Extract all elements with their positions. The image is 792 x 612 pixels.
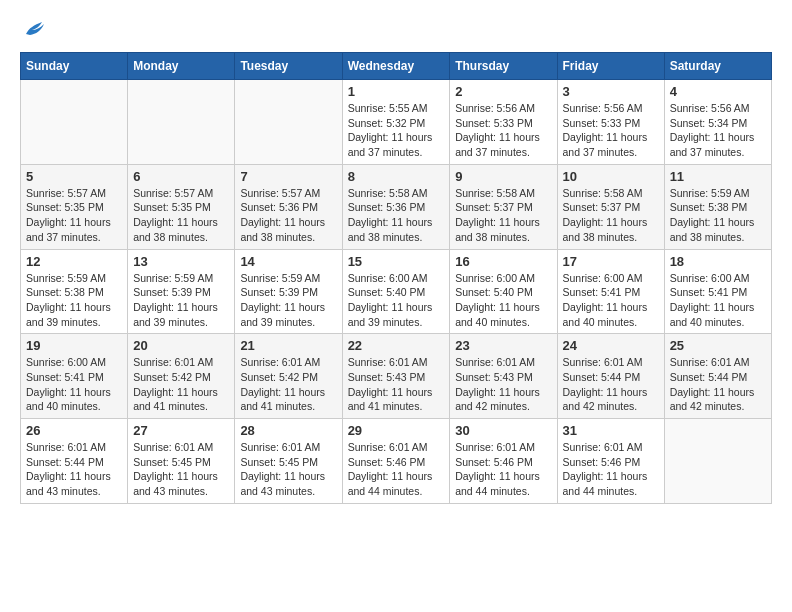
day-info: Sunrise: 5:59 AMSunset: 5:39 PMDaylight:… [133, 271, 229, 330]
day-number: 6 [133, 169, 229, 184]
day-info: Sunrise: 6:01 AMSunset: 5:46 PMDaylight:… [563, 440, 659, 499]
day-info: Sunrise: 5:55 AMSunset: 5:32 PMDaylight:… [348, 101, 445, 160]
day-info: Sunrise: 6:01 AMSunset: 5:45 PMDaylight:… [240, 440, 336, 499]
calendar-cell: 8Sunrise: 5:58 AMSunset: 5:36 PMDaylight… [342, 164, 450, 249]
calendar-cell: 13Sunrise: 5:59 AMSunset: 5:39 PMDayligh… [128, 249, 235, 334]
calendar-cell [128, 80, 235, 165]
calendar-cell: 5Sunrise: 5:57 AMSunset: 5:35 PMDaylight… [21, 164, 128, 249]
weekday-header: Sunday [21, 53, 128, 80]
day-number: 15 [348, 254, 445, 269]
day-number: 12 [26, 254, 122, 269]
day-number: 29 [348, 423, 445, 438]
calendar-cell: 1Sunrise: 5:55 AMSunset: 5:32 PMDaylight… [342, 80, 450, 165]
calendar-week-row: 5Sunrise: 5:57 AMSunset: 5:35 PMDaylight… [21, 164, 772, 249]
calendar-cell: 30Sunrise: 6:01 AMSunset: 5:46 PMDayligh… [450, 419, 557, 504]
day-number: 7 [240, 169, 336, 184]
day-info: Sunrise: 5:57 AMSunset: 5:36 PMDaylight:… [240, 186, 336, 245]
day-number: 16 [455, 254, 551, 269]
calendar-cell: 28Sunrise: 6:01 AMSunset: 5:45 PMDayligh… [235, 419, 342, 504]
day-number: 13 [133, 254, 229, 269]
calendar-week-row: 1Sunrise: 5:55 AMSunset: 5:32 PMDaylight… [21, 80, 772, 165]
day-number: 10 [563, 169, 659, 184]
calendar-cell: 10Sunrise: 5:58 AMSunset: 5:37 PMDayligh… [557, 164, 664, 249]
day-info: Sunrise: 6:01 AMSunset: 5:44 PMDaylight:… [26, 440, 122, 499]
weekday-header: Thursday [450, 53, 557, 80]
day-number: 26 [26, 423, 122, 438]
logo [20, 20, 46, 42]
calendar-cell [664, 419, 771, 504]
calendar-week-row: 26Sunrise: 6:01 AMSunset: 5:44 PMDayligh… [21, 419, 772, 504]
day-info: Sunrise: 6:01 AMSunset: 5:42 PMDaylight:… [240, 355, 336, 414]
day-info: Sunrise: 5:57 AMSunset: 5:35 PMDaylight:… [26, 186, 122, 245]
day-info: Sunrise: 6:00 AMSunset: 5:41 PMDaylight:… [563, 271, 659, 330]
day-number: 18 [670, 254, 766, 269]
calendar-cell: 18Sunrise: 6:00 AMSunset: 5:41 PMDayligh… [664, 249, 771, 334]
calendar-cell [21, 80, 128, 165]
weekday-header-row: SundayMondayTuesdayWednesdayThursdayFrid… [21, 53, 772, 80]
day-number: 19 [26, 338, 122, 353]
calendar-cell: 24Sunrise: 6:01 AMSunset: 5:44 PMDayligh… [557, 334, 664, 419]
calendar-cell: 9Sunrise: 5:58 AMSunset: 5:37 PMDaylight… [450, 164, 557, 249]
calendar-table: SundayMondayTuesdayWednesdayThursdayFrid… [20, 52, 772, 504]
day-number: 23 [455, 338, 551, 353]
day-info: Sunrise: 6:00 AMSunset: 5:40 PMDaylight:… [348, 271, 445, 330]
day-info: Sunrise: 5:58 AMSunset: 5:37 PMDaylight:… [563, 186, 659, 245]
calendar-week-row: 19Sunrise: 6:00 AMSunset: 5:41 PMDayligh… [21, 334, 772, 419]
day-info: Sunrise: 6:01 AMSunset: 5:43 PMDaylight:… [455, 355, 551, 414]
bird-icon [24, 20, 46, 42]
day-info: Sunrise: 5:56 AMSunset: 5:33 PMDaylight:… [563, 101, 659, 160]
weekday-header: Saturday [664, 53, 771, 80]
calendar-cell: 14Sunrise: 5:59 AMSunset: 5:39 PMDayligh… [235, 249, 342, 334]
weekday-header: Wednesday [342, 53, 450, 80]
day-info: Sunrise: 6:01 AMSunset: 5:42 PMDaylight:… [133, 355, 229, 414]
calendar-cell: 19Sunrise: 6:00 AMSunset: 5:41 PMDayligh… [21, 334, 128, 419]
calendar-cell: 15Sunrise: 6:00 AMSunset: 5:40 PMDayligh… [342, 249, 450, 334]
day-info: Sunrise: 6:01 AMSunset: 5:45 PMDaylight:… [133, 440, 229, 499]
calendar-cell: 23Sunrise: 6:01 AMSunset: 5:43 PMDayligh… [450, 334, 557, 419]
calendar-cell: 2Sunrise: 5:56 AMSunset: 5:33 PMDaylight… [450, 80, 557, 165]
page-header [20, 20, 772, 42]
day-number: 30 [455, 423, 551, 438]
day-number: 20 [133, 338, 229, 353]
calendar-cell: 20Sunrise: 6:01 AMSunset: 5:42 PMDayligh… [128, 334, 235, 419]
day-number: 3 [563, 84, 659, 99]
day-info: Sunrise: 6:01 AMSunset: 5:43 PMDaylight:… [348, 355, 445, 414]
day-number: 22 [348, 338, 445, 353]
day-number: 4 [670, 84, 766, 99]
day-number: 2 [455, 84, 551, 99]
weekday-header: Friday [557, 53, 664, 80]
calendar-cell: 6Sunrise: 5:57 AMSunset: 5:35 PMDaylight… [128, 164, 235, 249]
calendar-cell: 16Sunrise: 6:00 AMSunset: 5:40 PMDayligh… [450, 249, 557, 334]
calendar-cell: 7Sunrise: 5:57 AMSunset: 5:36 PMDaylight… [235, 164, 342, 249]
calendar-cell: 21Sunrise: 6:01 AMSunset: 5:42 PMDayligh… [235, 334, 342, 419]
day-number: 28 [240, 423, 336, 438]
day-number: 11 [670, 169, 766, 184]
day-info: Sunrise: 5:59 AMSunset: 5:38 PMDaylight:… [26, 271, 122, 330]
day-number: 1 [348, 84, 445, 99]
day-info: Sunrise: 5:59 AMSunset: 5:38 PMDaylight:… [670, 186, 766, 245]
day-number: 27 [133, 423, 229, 438]
calendar-cell: 31Sunrise: 6:01 AMSunset: 5:46 PMDayligh… [557, 419, 664, 504]
day-info: Sunrise: 5:56 AMSunset: 5:34 PMDaylight:… [670, 101, 766, 160]
day-number: 5 [26, 169, 122, 184]
calendar-cell: 27Sunrise: 6:01 AMSunset: 5:45 PMDayligh… [128, 419, 235, 504]
calendar-cell: 22Sunrise: 6:01 AMSunset: 5:43 PMDayligh… [342, 334, 450, 419]
day-info: Sunrise: 6:01 AMSunset: 5:46 PMDaylight:… [455, 440, 551, 499]
day-number: 17 [563, 254, 659, 269]
weekday-header: Tuesday [235, 53, 342, 80]
calendar-cell: 12Sunrise: 5:59 AMSunset: 5:38 PMDayligh… [21, 249, 128, 334]
calendar-cell [235, 80, 342, 165]
day-info: Sunrise: 6:01 AMSunset: 5:46 PMDaylight:… [348, 440, 445, 499]
day-info: Sunrise: 6:00 AMSunset: 5:40 PMDaylight:… [455, 271, 551, 330]
calendar-cell: 4Sunrise: 5:56 AMSunset: 5:34 PMDaylight… [664, 80, 771, 165]
day-info: Sunrise: 5:57 AMSunset: 5:35 PMDaylight:… [133, 186, 229, 245]
day-number: 31 [563, 423, 659, 438]
day-info: Sunrise: 5:56 AMSunset: 5:33 PMDaylight:… [455, 101, 551, 160]
day-info: Sunrise: 5:58 AMSunset: 5:37 PMDaylight:… [455, 186, 551, 245]
calendar-cell: 29Sunrise: 6:01 AMSunset: 5:46 PMDayligh… [342, 419, 450, 504]
calendar-cell: 11Sunrise: 5:59 AMSunset: 5:38 PMDayligh… [664, 164, 771, 249]
day-number: 14 [240, 254, 336, 269]
calendar-cell: 3Sunrise: 5:56 AMSunset: 5:33 PMDaylight… [557, 80, 664, 165]
day-info: Sunrise: 5:59 AMSunset: 5:39 PMDaylight:… [240, 271, 336, 330]
day-info: Sunrise: 6:00 AMSunset: 5:41 PMDaylight:… [26, 355, 122, 414]
